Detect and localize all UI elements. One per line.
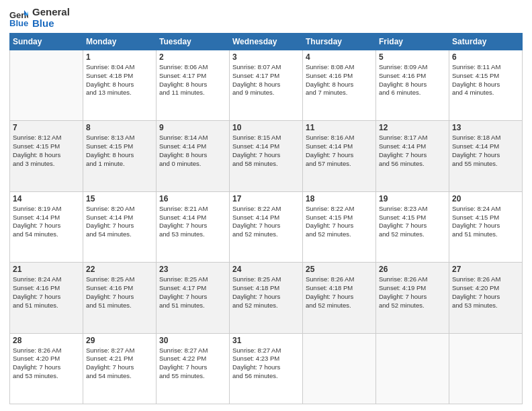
calendar-week-row: 7Sunrise: 8:12 AMSunset: 4:15 PMDaylight…	[10, 121, 523, 191]
sunset-label: Sunset: 4:15 PM	[306, 214, 353, 221]
weekday-header-tuesday: Tuesday	[157, 34, 230, 50]
calendar-week-row: 14Sunrise: 8:19 AMSunset: 4:14 PMDayligh…	[10, 191, 523, 262]
day-number: 7	[13, 123, 80, 132]
sunrise-label: Sunrise: 8:22 AM	[306, 205, 354, 212]
daylight-label: Daylight: 7 hours	[159, 363, 207, 371]
day-info: Sunrise: 8:26 AMSunset: 4:20 PMDaylight:…	[13, 347, 80, 381]
daylight-minutes: and 56 minutes.	[379, 160, 425, 167]
sunset-label: Sunset: 4:17 PM	[232, 72, 279, 79]
sunset-label: Sunset: 4:22 PM	[159, 355, 206, 362]
day-number: 14	[13, 194, 80, 203]
calendar-cell: 8Sunrise: 8:13 AMSunset: 4:15 PMDaylight…	[83, 121, 157, 191]
calendar-cell: 27Sunrise: 8:26 AMSunset: 4:20 PMDayligh…	[449, 263, 523, 333]
day-info: Sunrise: 8:15 AMSunset: 4:14 PMDaylight:…	[232, 134, 300, 168]
daylight-label: Daylight: 7 hours	[452, 222, 500, 229]
day-number: 11	[306, 123, 373, 132]
sunset-label: Sunset: 4:16 PM	[13, 284, 60, 291]
daylight-minutes: and 52 minutes.	[232, 230, 278, 238]
sunset-label: Sunset: 4:16 PM	[379, 72, 426, 79]
day-info: Sunrise: 8:14 AMSunset: 4:14 PMDaylight:…	[159, 134, 226, 168]
daylight-label: Daylight: 8 hours	[452, 81, 500, 88]
daylight-minutes: and 57 minutes.	[306, 160, 351, 167]
sunrise-label: Sunrise: 8:11 AM	[452, 63, 500, 71]
sunrise-label: Sunrise: 8:20 AM	[86, 205, 134, 212]
calendar-cell: 5Sunrise: 8:09 AMSunset: 4:16 PMDaylight…	[376, 50, 449, 121]
sunrise-label: Sunrise: 8:08 AM	[306, 63, 354, 71]
sunset-label: Sunset: 4:14 PM	[232, 142, 279, 150]
daylight-label: Daylight: 7 hours	[232, 363, 280, 371]
day-info: Sunrise: 8:23 AMSunset: 4:15 PMDaylight:…	[379, 205, 446, 239]
day-number: 28	[13, 336, 80, 345]
calendar-cell: 3Sunrise: 8:07 AMSunset: 4:17 PMDaylight…	[230, 50, 303, 121]
daylight-minutes: and 53 minutes.	[13, 372, 58, 379]
day-number: 23	[159, 265, 226, 274]
daylight-minutes: and 54 minutes.	[86, 372, 132, 379]
sunrise-label: Sunrise: 8:23 AM	[379, 205, 427, 212]
logo-general: General	[32, 7, 70, 18]
daylight-label: Daylight: 7 hours	[379, 222, 427, 229]
logo-icon: General Blue	[9, 9, 28, 28]
day-number: 16	[159, 194, 226, 203]
calendar-week-row: 1Sunrise: 8:04 AMSunset: 4:18 PMDaylight…	[10, 50, 523, 121]
day-info: Sunrise: 8:20 AMSunset: 4:14 PMDaylight:…	[86, 205, 153, 239]
day-info: Sunrise: 8:26 AMSunset: 4:20 PMDaylight:…	[452, 275, 519, 310]
sunset-label: Sunset: 4:15 PM	[86, 142, 133, 150]
calendar-cell: 10Sunrise: 8:15 AMSunset: 4:14 PMDayligh…	[230, 121, 303, 191]
daylight-label: Daylight: 7 hours	[306, 151, 353, 158]
calendar-cell: 12Sunrise: 8:17 AMSunset: 4:14 PMDayligh…	[376, 121, 449, 191]
svg-text:Blue: Blue	[9, 18, 28, 28]
day-info: Sunrise: 8:22 AMSunset: 4:15 PMDaylight:…	[306, 205, 373, 239]
sunrise-label: Sunrise: 8:21 AM	[159, 205, 208, 212]
day-info: Sunrise: 8:27 AMSunset: 4:23 PMDaylight:…	[232, 347, 300, 381]
calendar-week-row: 28Sunrise: 8:26 AMSunset: 4:20 PMDayligh…	[10, 333, 523, 404]
sunset-label: Sunset: 4:14 PM	[306, 142, 353, 150]
sunrise-label: Sunrise: 8:26 AM	[379, 275, 427, 283]
calendar-cell	[303, 333, 376, 404]
day-info: Sunrise: 8:06 AMSunset: 4:17 PMDaylight:…	[159, 63, 226, 97]
sunrise-label: Sunrise: 8:14 AM	[159, 134, 208, 141]
day-number: 1	[86, 52, 153, 62]
sunrise-label: Sunrise: 8:24 AM	[452, 205, 500, 212]
calendar-cell: 31Sunrise: 8:27 AMSunset: 4:23 PMDayligh…	[230, 333, 303, 404]
sunrise-label: Sunrise: 8:26 AM	[306, 275, 354, 283]
calendar-cell: 6Sunrise: 8:11 AMSunset: 4:15 PMDaylight…	[449, 50, 523, 121]
calendar-cell: 28Sunrise: 8:26 AMSunset: 4:20 PMDayligh…	[10, 333, 83, 404]
weekday-header-friday: Friday	[376, 34, 449, 50]
day-number: 6	[452, 52, 519, 62]
daylight-label: Daylight: 7 hours	[452, 293, 500, 300]
daylight-label: Daylight: 7 hours	[86, 222, 134, 229]
daylight-minutes: and 54 minutes.	[86, 230, 132, 238]
calendar-table: SundayMondayTuesdayWednesdayThursdayFrid…	[9, 33, 523, 404]
sunrise-label: Sunrise: 8:13 AM	[86, 134, 134, 141]
calendar-cell: 22Sunrise: 8:25 AMSunset: 4:16 PMDayligh…	[83, 263, 157, 333]
daylight-label: Daylight: 7 hours	[13, 363, 60, 371]
daylight-minutes: and 3 minutes.	[13, 160, 54, 167]
day-info: Sunrise: 8:12 AMSunset: 4:15 PMDaylight:…	[13, 134, 80, 168]
day-number: 29	[86, 336, 153, 345]
daylight-label: Daylight: 7 hours	[379, 293, 427, 300]
day-info: Sunrise: 8:16 AMSunset: 4:14 PMDaylight:…	[306, 134, 373, 168]
weekday-header-sunday: Sunday	[10, 34, 83, 50]
sunrise-label: Sunrise: 8:07 AM	[232, 63, 281, 71]
daylight-minutes: and 4 minutes.	[452, 89, 494, 96]
daylight-label: Daylight: 7 hours	[232, 222, 280, 229]
sunset-label: Sunset: 4:18 PM	[86, 72, 133, 79]
calendar-cell: 2Sunrise: 8:06 AMSunset: 4:17 PMDaylight…	[157, 50, 230, 121]
day-number: 21	[13, 265, 80, 274]
daylight-minutes: and 58 minutes.	[232, 160, 278, 167]
sunrise-label: Sunrise: 8:22 AM	[232, 205, 281, 212]
day-number: 24	[232, 265, 300, 274]
day-number: 18	[306, 194, 373, 203]
daylight-label: Daylight: 7 hours	[86, 363, 134, 371]
daylight-label: Daylight: 8 hours	[159, 81, 207, 88]
daylight-label: Daylight: 8 hours	[13, 151, 60, 158]
calendar-cell: 16Sunrise: 8:21 AMSunset: 4:14 PMDayligh…	[157, 191, 230, 262]
daylight-minutes: and 7 minutes.	[306, 89, 347, 96]
sunrise-label: Sunrise: 8:15 AM	[232, 134, 281, 141]
daylight-minutes: and 11 minutes.	[159, 89, 205, 96]
sunrise-label: Sunrise: 8:04 AM	[86, 63, 134, 71]
sunrise-label: Sunrise: 8:27 AM	[232, 347, 281, 354]
day-number: 27	[452, 265, 519, 274]
day-number: 4	[306, 52, 373, 62]
sunset-label: Sunset: 4:17 PM	[159, 284, 206, 291]
